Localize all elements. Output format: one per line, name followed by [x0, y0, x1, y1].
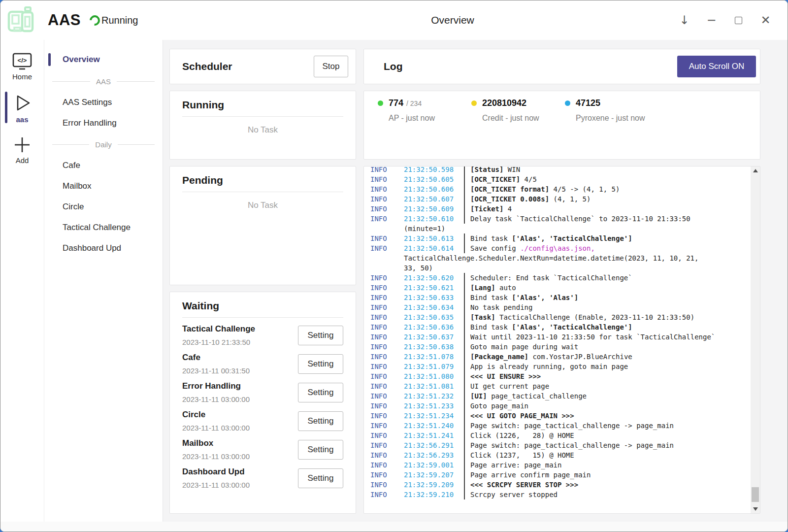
scroll-up-arrow-icon[interactable]: [751, 166, 760, 175]
divider: [118, 144, 155, 145]
sidebar-item-label: Dashboard Upd: [63, 243, 121, 253]
waiting-task-row: Circle 2023-11-11 03:00:00 Setting: [182, 410, 343, 432]
log-line: INFO21:32:50.621[Lang] auto: [370, 283, 751, 293]
waiting-task-row: Cafe 2023-11-11 00:31:50 Setting: [182, 353, 343, 375]
task-name: Dashboard Upd: [182, 467, 250, 477]
log-line: 33, 50): [370, 263, 751, 273]
scheduler-column: Scheduler Stop Running No Task Pending N…: [169, 49, 356, 514]
scheduler-card: Scheduler Stop: [169, 49, 356, 84]
sidebar: Overview AAS AAS Settings Error Handling…: [44, 40, 163, 522]
log-line: INFO21:32:51.233Goto page_main: [370, 401, 751, 411]
stat-value-row: 774 / 234: [378, 98, 471, 108]
divider: [182, 116, 343, 117]
waiting-title: Waiting: [182, 300, 343, 312]
setting-button[interactable]: Setting: [298, 440, 343, 460]
rail-active-indicator: [5, 92, 7, 123]
log-line: INFO21:32:50.609[Ticket] 4: [370, 204, 751, 214]
setting-button[interactable]: Setting: [298, 383, 343, 402]
rail-aas-label: aas: [16, 115, 28, 124]
sidebar-item-tactical-challenge[interactable]: Tactical Challenge: [44, 217, 163, 238]
log-column: Log Auto Scroll ON 774 / 234 AP - just n…: [363, 49, 760, 514]
nav-section-daily: Daily: [44, 133, 163, 155]
log-line: INFO21:32:50.638Goto main page during wa…: [370, 342, 751, 352]
stat-value-row: 220810942: [471, 98, 565, 108]
maximize-button[interactable]: [730, 12, 747, 29]
svg-text:</>: </>: [18, 57, 27, 64]
log-line: INFO21:32:50.598[Status] WIN: [370, 166, 751, 174]
sidebar-item-mailbox[interactable]: Mailbox: [44, 176, 163, 197]
sidebar-item-cafe[interactable]: Cafe: [44, 155, 163, 176]
log-line: INFO21:32:59.207Page arrive confirm page…: [370, 470, 751, 480]
scrollbar-thumb[interactable]: [752, 487, 759, 502]
stop-button[interactable]: Stop: [314, 56, 348, 77]
setting-button[interactable]: Setting: [298, 326, 343, 345]
log-line: INFO21:32:59.001Page arrive: page_main: [370, 460, 751, 470]
minimize-button[interactable]: −: [703, 12, 720, 29]
log-line: INFO21:32:56.291Page switch: page_tactic…: [370, 440, 751, 450]
task-next-run-time: 2023-11-11 03:00:00: [182, 395, 250, 403]
waiting-task-info: Cafe 2023-11-11 00:31:50: [182, 353, 250, 375]
nav-section-label: Daily: [89, 140, 117, 149]
divider: [52, 81, 90, 82]
task-next-run-time: 2023-11-11 03:00:00: [182, 452, 250, 461]
stat-dot: [378, 100, 383, 106]
rail-item-add[interactable]: Add: [0, 132, 44, 169]
log-line: INFO21:32:50.633Bind task ['Alas', 'Alas…: [370, 293, 751, 302]
close-button[interactable]: ✕: [757, 12, 774, 29]
log-line: INFO21:32:59.210Scrcpy server stopped: [370, 490, 751, 499]
stat-pyroxene: 47125 Pyroxene - just now: [565, 98, 658, 159]
waiting-task-info: Tactical Challenge 2023-11-10 21:33:50: [182, 324, 255, 346]
main-area: Scheduler Stop Running No Task Pending N…: [163, 40, 788, 522]
app-title: AAS: [48, 11, 81, 29]
rail-item-aas[interactable]: aas: [0, 89, 44, 129]
scroll-down-arrow-icon[interactable]: [751, 505, 760, 513]
log-console[interactable]: INFO21:32:50.598[Status] WININFO21:32:50…: [363, 166, 760, 514]
home-code-monitor-icon: </>: [12, 53, 32, 70]
setting-button[interactable]: Setting: [298, 468, 343, 488]
auto-scroll-button[interactable]: Auto Scroll ON: [677, 56, 756, 77]
sidebar-item-label: AAS Settings: [63, 98, 112, 107]
rail-item-home[interactable]: </> Home: [0, 49, 44, 86]
rail-home-label: Home: [12, 72, 32, 81]
scheduler-title: Scheduler: [182, 61, 232, 72]
update-button[interactable]: ↓: [676, 12, 692, 29]
log-line: (minute=1): [370, 224, 751, 233]
divider: [182, 192, 343, 192]
sidebar-item-aas-settings[interactable]: AAS Settings: [44, 92, 163, 113]
stat-suffix: / 234: [406, 100, 422, 107]
app-logo-icon: [5, 5, 37, 35]
pending-empty-text: No Task: [182, 200, 343, 210]
log-header-card: Log Auto Scroll ON: [363, 49, 760, 84]
log-scrollbar[interactable]: [751, 166, 760, 513]
task-name: Mailbox: [182, 438, 250, 448]
task-name: Cafe: [182, 353, 250, 363]
plus-icon: [13, 135, 32, 154]
waiting-task-row: Tactical Challenge 2023-11-10 21:33:50 S…: [182, 324, 343, 346]
content-row: </> Home aas Add: [0, 40, 788, 522]
pending-title: Pending: [182, 174, 343, 186]
stat-label: Credit - just now: [482, 114, 565, 123]
stat-value-row: 47125: [565, 98, 658, 108]
stat-value: 774: [389, 98, 403, 108]
sidebar-item-overview[interactable]: Overview: [44, 51, 163, 68]
titlebar: AAS Running Overview ↓ − ✕: [0, 0, 788, 40]
setting-button[interactable]: Setting: [298, 354, 343, 374]
stat-dot: [471, 100, 477, 106]
sidebar-item-label: Tactical Challenge: [63, 223, 131, 233]
log-line: INFO21:32:51.232[UI] page_tactical_chall…: [370, 391, 751, 401]
sidebar-item-error-handling[interactable]: Error Handling: [44, 113, 163, 133]
window-title: Overview: [431, 14, 474, 26]
log-line: INFO21:32:51.080<<< UI ENSURE >>>: [370, 371, 751, 381]
log-line: INFO21:32:51.081UI get current page: [370, 381, 751, 391]
setting-button[interactable]: Setting: [298, 411, 343, 431]
log-title: Log: [384, 61, 402, 72]
app-window: AAS Running Overview ↓ − ✕ </> Home: [0, 0, 788, 532]
play-icon: [12, 93, 33, 113]
log-line: INFO21:32:50.614Save config ./config\aas…: [370, 243, 751, 253]
task-next-run-time: 2023-11-11 00:31:50: [182, 366, 250, 375]
stat-label: AP - just now: [389, 114, 471, 123]
sidebar-item-circle[interactable]: Circle: [44, 197, 163, 217]
sidebar-item-label: Circle: [63, 202, 84, 212]
sidebar-item-dashboard-upd[interactable]: Dashboard Upd: [44, 238, 163, 259]
waiting-task-info: Dashboard Upd 2023-11-11 03:00:00: [182, 467, 250, 489]
